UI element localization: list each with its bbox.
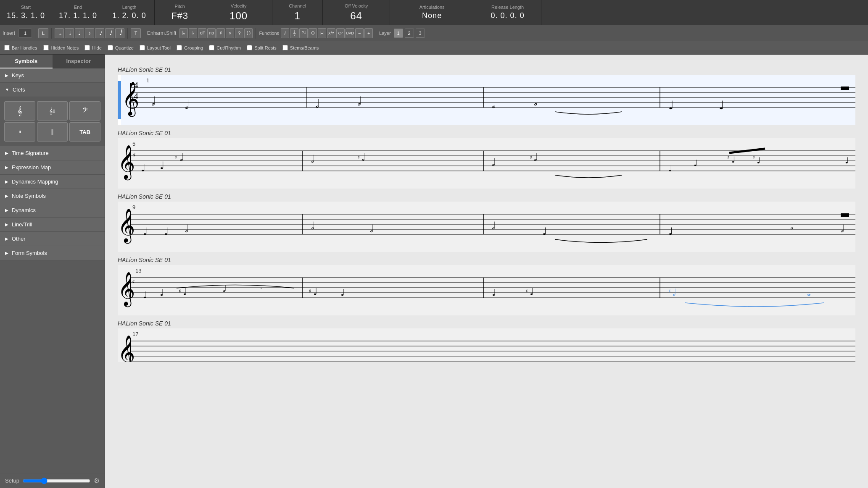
tab-inspector[interactable]: Inspector — [53, 55, 105, 68]
stems-beams-checkbox[interactable]: Stems/Beams — [282, 45, 319, 50]
dynamics-label: Dynamics — [12, 207, 36, 213]
note-16th-btn[interactable]: 𝅘𝅥𝅯 — [95, 28, 104, 38]
dynamics-mapping-triangle: ▶ — [5, 179, 8, 184]
func-plus[interactable]: + — [364, 28, 373, 38]
length-label: Length — [122, 5, 137, 10]
func-i[interactable]: i — [281, 28, 289, 38]
sidebar-section-note-symbols[interactable]: ▶ Note Symbols — [0, 189, 105, 203]
setup-gear-icon[interactable]: ⚙ — [94, 477, 100, 485]
quantize-checkbox[interactable]: Quantize — [108, 45, 134, 50]
sidebar-section-time-sig[interactable]: ▶ Time Signature — [0, 146, 105, 160]
line-trill-label: Line/Trill — [12, 221, 32, 228]
sidebar-section-keys[interactable]: ▶ Keys — [0, 68, 105, 83]
layer-2-btn[interactable]: 2 — [405, 29, 414, 38]
staff-3-svg: 𝄞 9 ♩ ♩ 𝅗𝅥 𝅗𝅥 𝅗𝅥 𝅗𝅥 ♩ ♩ 𝅗𝅥 — [118, 202, 855, 252]
percussion-clef-btn[interactable]: 𝄥 — [4, 122, 35, 142]
velocity-value: 100 — [230, 10, 248, 22]
score-area[interactable]: HALion Sonic SE 01 4 4 𝄞 — [105, 55, 868, 488]
clefs-label: Clefs — [13, 87, 25, 93]
checkbox-row: Bar Handles Hidden Notes Hide Quantize L… — [0, 41, 868, 55]
line-trill-triangle: ▶ — [5, 222, 8, 227]
staff-2-svg: 𝄞 5 ♯ ♩ ♩ ♯ 𝅗𝅥 𝅗𝅥 ♯ 𝅗𝅥 — [118, 138, 855, 189]
acc-no[interactable]: no — [207, 28, 216, 38]
acc-double-sharp[interactable]: × — [226, 28, 234, 38]
tab-clef-btn[interactable]: TAB — [69, 122, 100, 142]
func-minus[interactable]: − — [355, 28, 364, 38]
t-button[interactable]: T — [131, 28, 141, 38]
split-rests-checkbox[interactable]: Split Rests — [247, 45, 277, 50]
svg-text:♩: ♩ — [668, 164, 672, 173]
setup-slider[interactable] — [23, 478, 90, 484]
bar-clef-btn[interactable]: ‖ — [37, 122, 68, 142]
cut-rhythm-checkbox[interactable]: Cut/Rhythm — [209, 45, 241, 50]
note-64th-btn[interactable]: 𝅘𝅥𝅱 — [115, 28, 124, 38]
svg-text:♩: ♩ — [492, 287, 496, 298]
svg-text:♩: ♩ — [183, 286, 187, 297]
sidebar-section-dynamics[interactable]: ▶ Dynamics — [0, 203, 105, 218]
func-chord[interactable]: 𝄢♩ — [299, 28, 308, 38]
enharm-label: Enharm.Shift — [147, 30, 176, 36]
svg-text:♯: ♯ — [309, 288, 311, 294]
svg-text:5: 5 — [132, 141, 135, 147]
sep6 — [376, 28, 376, 39]
sidebar-section-form-symbols[interactable]: ▶ Form Symbols — [0, 246, 105, 260]
end-value: 17. 1. 1. 0 — [59, 11, 97, 20]
hidden-notes-checkbox[interactable]: Hidden Notes — [43, 45, 79, 50]
acc-flat[interactable]: ♭ — [189, 28, 197, 38]
other-triangle: ▶ — [5, 236, 8, 241]
hide-checkbox[interactable]: Hide — [84, 45, 102, 50]
acc-sharp[interactable]: ♯ — [216, 28, 225, 38]
layout-tool-checkbox[interactable]: Layout Tool — [140, 45, 171, 50]
note-symbols-triangle: ▶ — [5, 194, 8, 198]
bar-handles-checkbox[interactable]: Bar Handles — [4, 45, 37, 50]
bass-clef-btn[interactable]: 𝄢 — [69, 101, 100, 121]
note-quarter-btn[interactable]: ♩ — [75, 28, 84, 38]
note-symbols-label: Note Symbols — [12, 193, 46, 199]
top-bar: Start 15. 3. 1. 0 End 17. 1. 1. 0 Length… — [0, 0, 868, 25]
sidebar-section-line-trill[interactable]: ▶ Line/Trill — [0, 218, 105, 232]
svg-text:♩: ♩ — [845, 156, 849, 165]
pitch-value: F#3 — [171, 10, 188, 21]
sidebar-tabs: Symbols Inspector — [0, 55, 105, 68]
svg-text:𝅗𝅥: 𝅗𝅥 — [534, 153, 537, 161]
time-sig-label: Time Signature — [12, 150, 49, 156]
func-note[interactable]: 𝄞 — [290, 28, 298, 38]
grouping-checkbox[interactable]: Grouping — [177, 45, 203, 50]
func-h[interactable]: H — [318, 28, 326, 38]
func-upd[interactable]: UPD — [346, 28, 354, 38]
tab-symbols[interactable]: Symbols — [0, 55, 53, 68]
off-velocity-label: Off Velocity — [345, 3, 368, 8]
form-symbols-triangle: ▶ — [5, 251, 8, 255]
svg-text:♩: ♩ — [542, 226, 547, 237]
svg-text:𝅗𝅥: 𝅗𝅥 — [223, 285, 226, 292]
note-whole-btn[interactable]: 𝅝 — [55, 28, 64, 38]
sidebar: Symbols Inspector ▶ Keys ▼ Clefs 𝄞 𝄞8 𝄢 … — [0, 55, 105, 488]
acc-double-flat[interactable]: 𝄫 — [179, 28, 188, 38]
treble-clef-btn[interactable]: 𝄞 — [4, 101, 35, 121]
sidebar-section-dynamics-mapping[interactable]: ▶ Dynamics Mapping — [0, 175, 105, 189]
func-c7[interactable]: C7 — [336, 28, 345, 38]
sidebar-section-expression-map[interactable]: ▶ Expression Map — [0, 160, 105, 175]
insert-input[interactable] — [18, 29, 32, 38]
sidebar-section-clefs[interactable]: ▼ Clefs — [0, 83, 105, 97]
treble-8va-clef-btn[interactable]: 𝄞8 — [37, 101, 68, 121]
acc-off[interactable]: off — [198, 28, 206, 38]
track-label-5: HALion Sonic SE 01 — [118, 320, 855, 327]
func-xy[interactable]: X/Y — [327, 28, 335, 38]
sidebar-section-other[interactable]: ▶ Other — [0, 232, 105, 246]
svg-text:𝄞: 𝄞 — [118, 272, 135, 307]
articulations-label: Articulations — [419, 5, 445, 10]
acc-paren[interactable]: ( ) — [244, 28, 253, 38]
layer-1-btn[interactable]: 1 — [394, 29, 403, 38]
acc-question[interactable]: ? — [235, 28, 243, 38]
note-eighth-btn[interactable]: ♪ — [85, 28, 94, 38]
layer-3-btn[interactable]: 3 — [416, 29, 425, 38]
note-32nd-btn[interactable]: 𝅘𝅥𝅰 — [105, 28, 114, 38]
layer-label: Layer — [379, 31, 391, 36]
note-half-btn[interactable]: 𝅗𝅥 — [65, 28, 74, 38]
func-plus-circle[interactable]: ⊕ — [309, 28, 317, 38]
l-button[interactable]: L — [38, 28, 48, 38]
length-value: 1. 2. 0. 0 — [113, 11, 146, 20]
length-section: Length 1. 2. 0. 0 — [104, 0, 155, 25]
channel-label: Channel — [289, 3, 306, 8]
